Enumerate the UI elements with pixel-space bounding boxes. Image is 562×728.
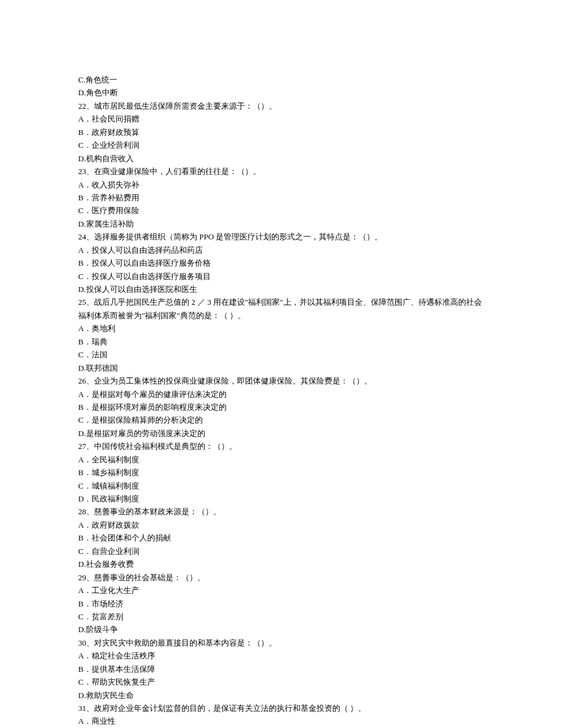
text-line: 26、企业为员工集体性的投保商业健康保险，即团体健康保险。其保险费是：（）。 xyxy=(78,374,484,387)
text-line: B．社会团体和个人的捐献 xyxy=(78,531,484,544)
text-line: C．法国 xyxy=(78,348,484,361)
text-line: D.角色中断 xyxy=(78,86,484,99)
text-line: A．社会民间捐赠 xyxy=(78,112,484,125)
text-line: C．城镇福利制度 xyxy=(78,479,484,492)
text-line: A．政府财政拨款 xyxy=(78,519,484,531)
text-line: C．自营企业利润 xyxy=(78,545,484,558)
text-line: A．稳定社会生活秩序 xyxy=(78,649,484,662)
text-line: C．投保人可以自由选择医疗服务项目 xyxy=(78,270,484,283)
text-line: D.社会服务收费 xyxy=(78,558,484,570)
text-line: C．是根据保险精算师的分析决定的 xyxy=(78,413,484,426)
text-line: B．城乡福利制度 xyxy=(78,466,484,479)
text-line: A．是根据对每个雇员的健康评估来决定的 xyxy=(78,388,484,401)
text-line: D.阶级斗争 xyxy=(78,623,484,636)
text-line: 30、对灾民灾中救助的最直接目的和基本内容是：（）。 xyxy=(78,636,484,649)
text-line: A．工业化大生产 xyxy=(78,584,484,597)
text-line: A．收入损失弥补 xyxy=(78,178,484,191)
text-line: D.家属生活补助 xyxy=(78,217,484,230)
text-line: 31、政府对企业年金计划监督的目的，是保证有关立法的执行和基金投资的（ ）。 xyxy=(78,702,484,715)
text-line: 23、在商业健康保险中，人们看重的往往是：（）。 xyxy=(78,165,484,178)
text-line: B．政府财政预算 xyxy=(78,126,484,139)
text-line: B．市场经济 xyxy=(78,597,484,610)
text-line: B．提供基本生活保障 xyxy=(78,663,484,675)
text-line: A．投保人可以自由选择药品和药店 xyxy=(78,244,484,257)
text-line: A．奥地利 xyxy=(78,322,484,335)
text-line: A．全民福利制度 xyxy=(78,453,484,466)
text-line: B．瑞典 xyxy=(78,335,484,348)
text-line: A．商业性 xyxy=(78,715,484,727)
text-line: 28、慈善事业的基本财政来源是：（）。 xyxy=(78,505,484,518)
text-line: B．营养补贴费用 xyxy=(78,191,484,204)
text-line: D.机构自营收入 xyxy=(78,152,484,165)
text-line: B．投保人可以自由选择医疗服务价格 xyxy=(78,257,484,269)
text-line: D.是根据对雇员的劳动强度来决定的 xyxy=(78,427,484,440)
text-line: 24、选择服务提供者组织（简称为 PPO 是管理医疗计划的形式之一，其特点是：（… xyxy=(78,230,484,243)
text-line: C．医疗费用保险 xyxy=(78,204,484,217)
text-line: C．帮助灾民恢复生产 xyxy=(78,675,484,688)
text-line: D．民政福利制度 xyxy=(78,492,484,505)
document-content: C.角色统一 D.角色中断 22、城市居民最低生活保障所需资金主要来源于：（）。… xyxy=(78,73,484,728)
text-line: D.救助灾民生命 xyxy=(78,689,484,702)
text-line: C．贫富差别 xyxy=(78,610,484,623)
text-line: 22、城市居民最低生活保障所需资金主要来源于：（）。 xyxy=(78,100,484,112)
text-line: B．是根据环境对雇员的影响程度来决定的 xyxy=(78,401,484,413)
text-line: C．企业经营利润 xyxy=(78,139,484,151)
text-line: 25、战后几乎把国民生产总值的 2 ／ 3 用在建设"福利国家"上，并以其福利项… xyxy=(78,296,484,322)
text-line: D.联邦德国 xyxy=(78,362,484,374)
text-line: D.投保人可以自由选择医院和医生 xyxy=(78,283,484,296)
text-line: 29、慈善事业的社会基础是：（）。 xyxy=(78,571,484,584)
text-line: 27、中国传统社会福利模式是典型的：（）。 xyxy=(78,440,484,453)
text-line: C.角色统一 xyxy=(78,73,484,86)
